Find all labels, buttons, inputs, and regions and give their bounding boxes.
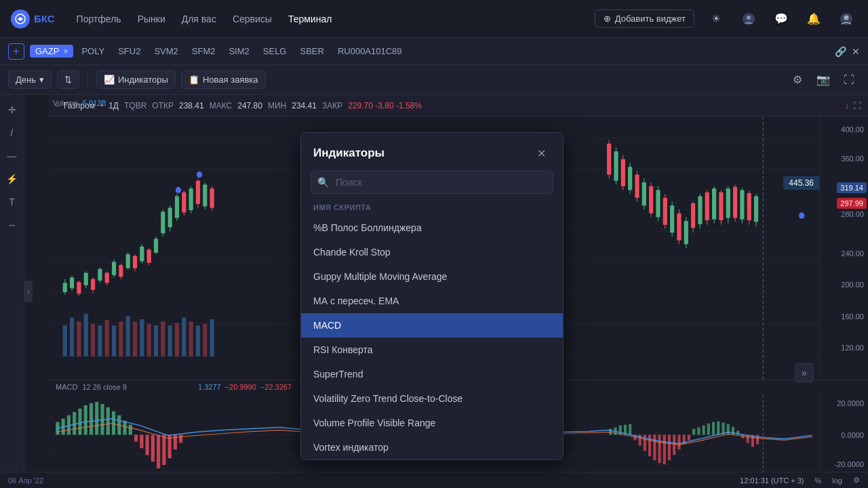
ticker-chip-GAZP[interactable]: GAZP × [30, 45, 73, 58]
add-ticker-button[interactable]: + [8, 43, 24, 60]
interval-button[interactable]: День ▾ [8, 70, 52, 89]
camera-icon[interactable]: 📷 [812, 69, 834, 91]
settings-icon[interactable]: ⚙ [787, 69, 808, 91]
ticker-chip-label-GAZP: GAZP [35, 46, 59, 56]
nav-portfolio[interactable]: Портфель [77, 11, 121, 27]
svg-rect-31 [182, 318, 186, 357]
ticker-chip-POLY[interactable]: POLY [76, 45, 110, 58]
svg-rect-28 [161, 321, 165, 356]
price-label-297: 297.99 [837, 198, 867, 209]
profile-icon[interactable] [835, 8, 857, 30]
svg-rect-162 [653, 435, 656, 461]
modal-item-volatility[interactable]: Volatility Zero Trend Close-to-Close [301, 386, 563, 411]
price-label-400: 400.00 [841, 125, 864, 134]
macd-price-axis: 20.0000 0.0000 -20.0000 [819, 395, 868, 474]
expand-chart-button[interactable]: » [795, 363, 814, 382]
log-button[interactable]: log [832, 476, 842, 485]
svg-rect-123 [754, 197, 758, 222]
ticker-chip-SFU2[interactable]: SFU2 [113, 45, 146, 58]
svg-rect-69 [175, 197, 179, 218]
svg-rect-152 [179, 435, 182, 443]
svg-rect-71 [182, 192, 186, 213]
horizontal-line-tool[interactable]: — [3, 146, 22, 165]
modal-item-bollinger[interactable]: %В Полос Боллинджера [301, 216, 563, 240]
logo[interactable]: БКС [11, 9, 55, 28]
ticker-chip-SFM2[interactable]: SFM2 [186, 45, 221, 58]
svg-rect-170 [692, 429, 695, 435]
macd-v3: −22.3267 [260, 383, 292, 391]
modal-item-vortex[interactable]: Vortex индикатор [301, 435, 563, 460]
measure-tool[interactable]: ↔ [3, 216, 22, 235]
svg-rect-93 [649, 186, 653, 214]
svg-rect-15 [70, 318, 74, 357]
svg-rect-95 [656, 190, 660, 217]
close-ticker-bar-icon[interactable]: ✕ [852, 46, 860, 57]
svg-point-125 [197, 171, 202, 178]
sidebar-expand-button[interactable]: › [24, 281, 33, 302]
ticker-chip-SVM2[interactable]: SVM2 [149, 45, 183, 58]
ticker-chip-SBER[interactable]: SBER [294, 45, 329, 58]
ticker-chip-SELG[interactable]: SELG [258, 45, 292, 58]
add-widget-icon: ⊕ [604, 14, 611, 24]
ticker-chip-RU000[interactable]: RU000A101C89 [332, 45, 408, 58]
svg-rect-163 [658, 435, 660, 464]
svg-point-2 [747, 16, 751, 20]
toolbar-right: ⚙ 📷 ⛶ [787, 69, 860, 91]
new-order-button[interactable]: 📋 Новая заявка [181, 70, 266, 89]
price-axis: 400.00 360.00 319.14 297.99 280.00 240.0… [819, 117, 868, 380]
nav-terminal[interactable]: Терминал [288, 11, 332, 27]
ticker-chip-close-GAZP[interactable]: × [63, 47, 68, 56]
modal-search-input[interactable] [311, 171, 553, 194]
svg-rect-97 [663, 198, 667, 225]
svg-rect-172 [703, 426, 705, 435]
add-widget-button[interactable]: ⊕ Добавить виджет [595, 9, 694, 28]
chart-settings-icon[interactable]: ⚙ [853, 476, 860, 485]
nav-for-you[interactable]: Для вас [182, 11, 216, 27]
svg-point-4 [844, 15, 849, 20]
modal-item-chande[interactable]: Chande Kroll Stop [301, 240, 563, 264]
crosshair-tool[interactable]: ✛ [3, 100, 22, 119]
nav-services[interactable]: Сервисы [233, 11, 272, 27]
chart-exchange: TQBR [124, 101, 146, 110]
modal-item-volume-profile[interactable]: Volume Profile Visible Range [301, 411, 563, 435]
theme-toggle-button[interactable]: ☀ [705, 8, 727, 30]
fib-tool[interactable]: ⚡ [3, 169, 22, 188]
line-tool[interactable]: / [3, 123, 22, 142]
nav-items: Портфель Рынки Для вас Сервисы Терминал [77, 11, 595, 27]
compare-button[interactable]: ⇅ [57, 70, 79, 89]
text-tool[interactable]: T [3, 192, 22, 211]
fullscreen-icon[interactable]: ⛶ [838, 69, 860, 91]
svg-rect-37 [63, 283, 67, 292]
ticker-chip-SIM2[interactable]: SIM2 [223, 45, 254, 58]
expand-chart-icon[interactable]: ⛶ [853, 101, 861, 110]
date-label: 06 Апр '22 [8, 476, 43, 485]
modal-item-ma-cross[interactable]: МА с пересеч. EMA [301, 289, 563, 313]
modal-close-button[interactable]: ✕ [532, 144, 551, 163]
svg-rect-22 [119, 321, 123, 356]
svg-rect-18 [91, 324, 95, 357]
open-value: 238.41 [179, 101, 204, 110]
volume-value: 5.012B [83, 99, 106, 107]
modal-item-macd[interactable]: MACD [301, 313, 563, 338]
ticker-bar-right: 🔗 ✕ [835, 46, 860, 57]
pct-button[interactable]: % [815, 476, 822, 485]
macd-params: 12 26 close 9 [82, 383, 126, 391]
avatar-icon[interactable] [738, 8, 760, 30]
indicators-button[interactable]: 📈 Индикаторы [96, 70, 176, 89]
link-icon[interactable]: 🔗 [835, 46, 846, 57]
modal-item-guppy[interactable]: Guppy Multiple Moving Average [301, 264, 563, 289]
modal-item-rsi[interactable]: RSI Конверта [301, 338, 563, 362]
svg-rect-20 [105, 320, 109, 357]
modal-item-supertrend[interactable]: SuperTrend [301, 362, 563, 386]
svg-rect-32 [189, 321, 193, 356]
svg-rect-143 [129, 425, 132, 435]
svg-rect-57 [133, 256, 137, 268]
svg-rect-67 [168, 208, 172, 228]
nav-markets[interactable]: Рынки [138, 11, 165, 27]
svg-rect-148 [157, 435, 160, 469]
chat-icon[interactable]: 💬 [770, 8, 792, 30]
open-label: ОТКР [152, 101, 174, 110]
svg-rect-119 [740, 190, 744, 219]
svg-rect-75 [196, 181, 200, 204]
notifications-icon[interactable]: 🔔 [803, 8, 825, 30]
